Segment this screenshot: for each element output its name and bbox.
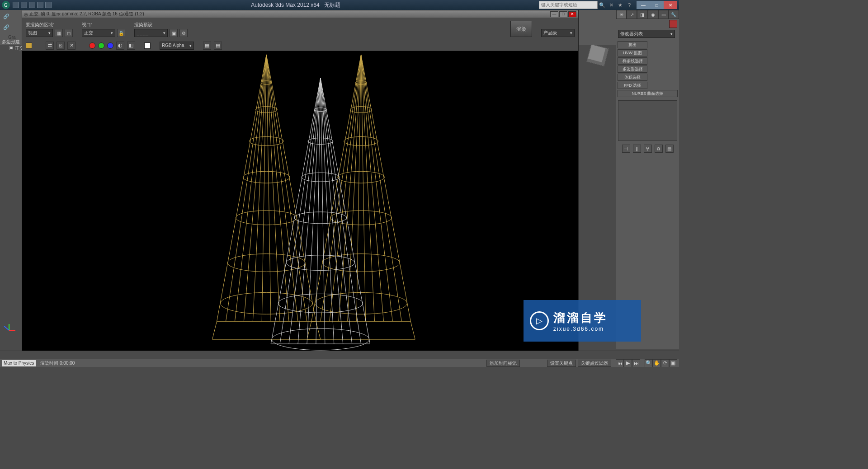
viewcube-icon[interactable] <box>587 44 609 66</box>
search-icon[interactable]: 🔍 <box>599 1 606 9</box>
pin-stack-icon[interactable]: ⊣ <box>622 145 630 153</box>
render-maximize-button[interactable]: □ <box>559 11 567 17</box>
modify-tab-icon[interactable]: ↗ <box>627 10 637 19</box>
svg-point-29 <box>344 136 378 145</box>
area-crop-icon[interactable]: ◻ <box>65 29 73 37</box>
svg-point-45 <box>308 138 333 144</box>
overlay-icon[interactable]: ▦ <box>203 42 211 50</box>
modifier-buttons: 挤出 UVW 贴图 样条线选择 多边形选择 体积选择 FFD 选择 NURBS … <box>616 40 679 98</box>
svg-point-28 <box>350 107 372 113</box>
show-end-icon[interactable]: ‖ <box>633 145 641 153</box>
display-tab-icon[interactable]: ▭ <box>658 10 669 19</box>
wireframe-left <box>212 55 321 339</box>
clone-icon[interactable]: ⇄ <box>46 42 54 50</box>
viewport-lock-icon[interactable]: 🔒 <box>117 29 125 37</box>
cp-btn-3[interactable]: 多边形选择 <box>618 66 647 73</box>
bg-swatch[interactable] <box>144 42 151 49</box>
viewcube[interactable] <box>584 42 611 69</box>
render-time-label: 渲染时间 0:00:00 <box>40 360 75 366</box>
qat-redo-icon[interactable] <box>45 2 52 8</box>
configure-icon[interactable]: ▤ <box>665 145 674 153</box>
timeline[interactable] <box>0 351 679 359</box>
modifier-stack[interactable] <box>618 100 677 141</box>
mono-icon[interactable]: ◧ <box>127 42 135 50</box>
area-edit-icon[interactable]: ▦ <box>55 29 63 37</box>
svg-point-32 <box>322 254 400 272</box>
cp-btn-4[interactable]: 体积选择 <box>618 74 647 81</box>
pan-icon[interactable]: ✋ <box>653 359 661 367</box>
channel-blue-icon[interactable] <box>107 42 113 49</box>
svg-point-16 <box>221 292 312 314</box>
cp-btn-0[interactable]: 挤出 <box>618 41 647 48</box>
script-listener[interactable]: Max to Physics <box>2 360 36 366</box>
svg-point-15 <box>227 254 305 272</box>
render-toolbar: ⇄ ⎘ ✕ ◐ ◧ RGB Alpha ▦ ▤ <box>22 40 578 51</box>
set-key-button[interactable]: 设置关键点 <box>547 360 576 367</box>
preset-label: 渲染预设: <box>134 22 188 28</box>
create-tab-icon[interactable]: ✳ <box>616 10 627 19</box>
svg-point-31 <box>330 211 392 225</box>
remove-mod-icon[interactable]: ♻ <box>655 145 663 153</box>
render-minimize-button[interactable]: — <box>550 11 558 17</box>
make-unique-icon[interactable]: ∀ <box>644 145 652 153</box>
output-dropdown[interactable]: 产品级 <box>541 29 575 37</box>
zoom-icon[interactable]: 🔍 <box>645 359 653 367</box>
svg-line-25 <box>361 55 393 321</box>
object-color-swatch[interactable] <box>669 20 677 28</box>
next-key-icon[interactable]: ⏭ <box>632 359 640 367</box>
channel-red-icon[interactable] <box>89 42 95 49</box>
maximize-button[interactable]: □ <box>650 1 664 9</box>
split-icon[interactable]: ▤ <box>214 42 222 50</box>
render-close-button[interactable]: ✕ <box>568 11 576 17</box>
cp-btn-1[interactable]: UVW 贴图 <box>618 49 647 56</box>
render-area-dropdown[interactable]: 视图 <box>26 29 53 37</box>
utilities-tab-icon[interactable]: 🔧 <box>669 10 679 19</box>
save-image-icon[interactable] <box>26 42 32 49</box>
qat-undo-icon[interactable] <box>37 2 43 8</box>
copy-icon[interactable]: ⎘ <box>57 42 65 50</box>
render-titlebar: ◎ 正交, 帧 0, 显示 gamma: 2.2, RGBA 颜色 16 位/通… <box>22 10 578 18</box>
svg-line-0 <box>226 55 266 321</box>
svg-line-42 <box>321 78 352 344</box>
orbit-icon[interactable]: ⟳ <box>661 359 669 367</box>
poly-modeling-label: 多边形建 <box>2 39 20 45</box>
key-filter-button[interactable]: 关键点过滤器 <box>578 360 611 367</box>
qat-open-icon[interactable] <box>21 2 27 8</box>
maxview-icon[interactable]: ▣ <box>669 359 677 367</box>
render-area-label: 要渲染的区域: <box>26 22 73 28</box>
cp-btn-5[interactable]: FFD 选择 <box>618 82 647 89</box>
favorite-icon[interactable]: ★ <box>617 1 624 9</box>
hierarchy-tab-icon[interactable]: ◨ <box>637 10 647 19</box>
qat-save-icon[interactable] <box>29 2 35 8</box>
axis-gizmo-icon <box>6 322 19 334</box>
help-search-input[interactable]: 键入关键字或短语 <box>539 1 598 9</box>
help-icon[interactable]: ? <box>626 1 633 9</box>
cp-btn-6[interactable]: NURBS 曲面选择 <box>618 90 678 97</box>
alpha-icon[interactable]: ◐ <box>116 42 124 50</box>
play-icon-btn[interactable]: ▶ <box>624 359 632 367</box>
preset-dropdown[interactable]: ----------------------- <box>134 29 168 37</box>
prev-key-icon[interactable]: ⏮ <box>616 359 624 367</box>
modifier-list-dropdown[interactable]: 修改器列表 <box>618 30 675 38</box>
minimize-button[interactable]: — <box>637 1 650 9</box>
channel-dropdown[interactable]: RGB Alpha <box>160 42 194 50</box>
viewport-dropdown[interactable]: 正交 <box>82 29 115 37</box>
channel-green-icon[interactable] <box>98 42 104 49</box>
close-button[interactable]: ✕ <box>664 1 677 9</box>
watermark-sub: zixue.3d66.com <box>553 326 608 332</box>
toggle-icon[interactable]: ✕ <box>608 1 615 9</box>
link-icon[interactable]: 🔗 <box>2 12 11 21</box>
svg-line-1 <box>235 55 266 321</box>
motion-tab-icon[interactable]: ◉ <box>648 10 658 19</box>
clear-icon[interactable]: ✕ <box>67 42 75 50</box>
unlink-icon[interactable]: 🔗 <box>2 23 11 32</box>
preset-browse-icon[interactable]: ▣ <box>170 29 178 37</box>
cp-btn-2[interactable]: 样条线选择 <box>618 57 647 65</box>
watermark: ▷ 溜溜自学 zixue.3d66.com <box>524 300 641 342</box>
qat-new-icon[interactable] <box>13 2 19 8</box>
add-time-tag-button[interactable]: 添加时间标记 <box>486 360 520 367</box>
render-button[interactable]: 渲染 <box>510 21 532 37</box>
preset-settings-icon[interactable]: ⚙ <box>179 29 188 37</box>
app-logo-icon[interactable]: G <box>2 1 10 9</box>
svg-point-30 <box>338 171 385 183</box>
